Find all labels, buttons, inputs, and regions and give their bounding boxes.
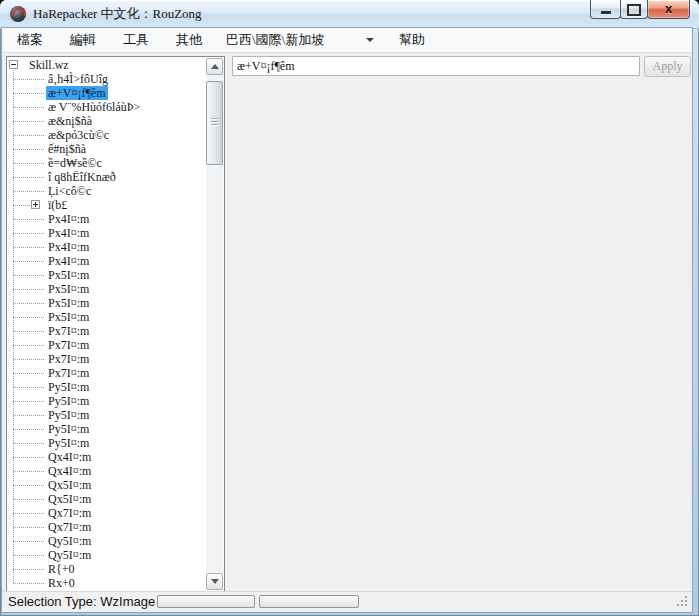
tree-item-label: Skill.wz: [27, 58, 71, 72]
expand-plus-icon[interactable]: [31, 200, 40, 209]
tree-item[interactable]: Px7I¤:m: [8, 338, 206, 352]
menu-others[interactable]: 其他: [167, 28, 211, 52]
tree-item-label: Px5I¤:m: [46, 296, 91, 310]
tree-item-label: Rx+0: [46, 576, 77, 590]
scrollbar-thumb[interactable]: [206, 81, 223, 165]
region-combobox-value: 巴西\國際\新加坡: [226, 31, 324, 49]
tree-item[interactable]: Rx+0: [8, 576, 206, 590]
wz-tree-panel: Skill.wz â‚h4Ì>fôUîgæ+V¤¡f¶êmæ V¨%Hùóf6l…: [6, 56, 225, 592]
menu-edit[interactable]: 編輯: [61, 28, 105, 52]
tree-item-label: Qx4I¤:m: [46, 450, 93, 464]
tree-item-label: Ļi<cô©c: [46, 184, 93, 198]
tree-item-label: Px7I¤:m: [46, 324, 91, 338]
tree-item[interactable]: Px5I¤:m: [8, 296, 206, 310]
tree-item-label: Py5I¤:m: [46, 394, 91, 408]
tree-item[interactable]: Py5I¤:m: [8, 436, 206, 450]
maximize-button[interactable]: [620, 0, 648, 19]
tree-item-label: æ&pó3cù©c: [46, 128, 111, 142]
client-area: 檔案 編輯 工具 其他 巴西\國際\新加坡 幫助 Skill.wz â‚h4Ì>…: [2, 28, 692, 612]
tree-item-label: Qx7I¤:m: [46, 506, 93, 520]
tree-item[interactable]: æ V¨%Hùóf6láùÞ>: [8, 100, 206, 114]
tree-item-label: Px5I¤:m: [46, 268, 91, 282]
tree-view: Skill.wz â‚h4Ì>fôUîgæ+V¤¡f¶êmæ V¨%Hùóf6l…: [8, 58, 206, 590]
scroll-down-button[interactable]: [206, 573, 223, 590]
tree-item-label: æ+V¤¡f¶êm: [46, 86, 108, 100]
tree-item[interactable]: ề=d₩sề©c: [8, 156, 206, 170]
tree-item[interactable]: Px7I¤:m: [8, 366, 206, 380]
apply-button[interactable]: Apply: [644, 56, 691, 77]
tree-item-label: æ&nį$ñà: [46, 114, 94, 128]
close-icon: x: [665, 1, 673, 18]
tree-item[interactable]: Py5I¤:m: [8, 422, 206, 436]
tree-item[interactable]: Px5I¤:m: [8, 310, 206, 324]
tree-item[interactable]: Qx7I¤:m: [8, 520, 206, 534]
tree-item-label: Px7I¤:m: [46, 366, 91, 380]
tree-item-label: Qx5I¤:m: [46, 478, 93, 492]
tree-item[interactable]: æ&pó3cù©c: [8, 128, 206, 142]
title-bar[interactable]: HaRepacker 中文化：RouZong x: [0, 0, 699, 29]
tree-item[interactable]: Px4I¤:m: [8, 226, 206, 240]
property-value-input[interactable]: [232, 56, 640, 76]
tree-item-label: Px4I¤:m: [46, 254, 91, 268]
application-window: HaRepacker 中文化：RouZong x 檔案 編輯 工具 其他 巴西\…: [0, 0, 699, 616]
tree-item[interactable]: Qx7I¤:m: [8, 506, 206, 520]
menu-bar: 檔案 編輯 工具 其他 巴西\國際\新加坡 幫助: [2, 28, 692, 53]
tree-item[interactable]: æ&nį$ñà: [8, 114, 206, 128]
tree-item-label: ï(b£: [46, 198, 69, 212]
tree-item-label: R{+0: [46, 562, 77, 576]
tree-item-label: â‚h4Ì>fôUîg: [46, 72, 110, 86]
tree-item-label: ề=d₩sề©c: [46, 156, 104, 170]
tree-item-label: Px4I¤:m: [46, 226, 91, 240]
tree-item-label: æ V¨%Hùóf6láùÞ>: [46, 100, 142, 114]
tree-item[interactable]: æ+V¤¡f¶êm: [8, 86, 206, 100]
tree-item[interactable]: R{+0: [8, 562, 206, 576]
tree-item[interactable]: Px7I¤:m: [8, 352, 206, 366]
menu-file[interactable]: 檔案: [8, 28, 52, 52]
tree-item-label: Px4I¤:m: [46, 240, 91, 254]
resize-grip-icon[interactable]: [677, 596, 689, 608]
tree-item[interactable]: Qx5I¤:m: [8, 478, 206, 492]
menu-tools[interactable]: 工具: [114, 28, 158, 52]
tree-item[interactable]: Py5I¤:m: [8, 380, 206, 394]
tree-item[interactable]: Px4I¤:m: [8, 240, 206, 254]
tree-item[interactable]: î q8hËîfKnæð: [8, 170, 206, 184]
tree-item[interactable]: Px5I¤:m: [8, 282, 206, 296]
tree-item[interactable]: Ļi<cô©c: [8, 184, 206, 198]
tree-item[interactable]: â‚h4Ì>fôUîg: [8, 72, 206, 86]
tree-item-label: Qx5I¤:m: [46, 492, 93, 506]
tree-item[interactable]: Qx4I¤:m: [8, 464, 206, 478]
minimize-icon: [601, 11, 611, 14]
tree-item-label: Py5I¤:m: [46, 380, 91, 394]
tree-item-label: Px5I¤:m: [46, 282, 91, 296]
collapse-minus-icon[interactable]: [9, 60, 18, 69]
scroll-up-button[interactable]: [206, 58, 223, 75]
tree-item[interactable]: Py5I¤:m: [8, 394, 206, 408]
tree-item-label: Qy5I¤:m: [46, 548, 93, 562]
tree-item-label: Qx7I¤:m: [46, 520, 93, 534]
tree-root-item[interactable]: Skill.wz: [8, 58, 206, 72]
window-title: HaRepacker 中文化：RouZong: [33, 0, 202, 27]
tree-item-label: Px7I¤:m: [46, 338, 91, 352]
tree-item[interactable]: Qy5I¤:m: [8, 548, 206, 562]
tree-item[interactable]: Py5I¤:m: [8, 408, 206, 422]
tree-item[interactable]: Px4I¤:m: [8, 212, 206, 226]
region-combobox[interactable]: 巴西\國際\新加坡: [220, 28, 380, 52]
tree-item[interactable]: Px5I¤:m: [8, 268, 206, 282]
app-icon[interactable]: [10, 6, 26, 22]
tree-item-label: Py5I¤:m: [46, 422, 91, 436]
tree-item[interactable]: Qy5I¤:m: [8, 534, 206, 548]
close-button[interactable]: x: [647, 0, 690, 19]
tree-item[interactable]: Qx4I¤:m: [8, 450, 206, 464]
tree-item[interactable]: Qx5I¤:m: [8, 492, 206, 506]
minimize-button[interactable]: [590, 0, 621, 19]
tree-item[interactable]: Px4I¤:m: [8, 254, 206, 268]
tree-item[interactable]: ế#nį$ñà: [8, 142, 206, 156]
tree-scrollbar[interactable]: [206, 58, 223, 590]
tree-item-label: Py5I¤:m: [46, 408, 91, 422]
chevron-down-icon: [366, 38, 374, 42]
status-bar: Selection Type: WzImage: [2, 591, 692, 612]
tree-item[interactable]: ï(b£: [8, 198, 206, 212]
menu-help[interactable]: 幫助: [390, 28, 434, 52]
tree-item[interactable]: Px7I¤:m: [8, 324, 206, 338]
tree-item-label: Py5I¤:m: [46, 436, 91, 450]
